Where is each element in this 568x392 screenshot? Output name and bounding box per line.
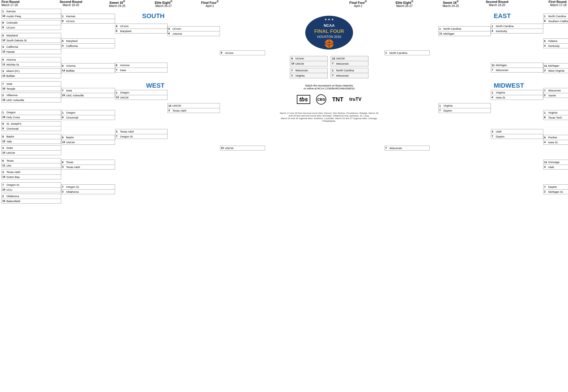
team-slot: 1North Carolina bbox=[543, 14, 568, 19]
south-match-4: 4California 13Hawaii bbox=[1, 44, 61, 54]
r2-right-col: 1North Carolina 8Southern California 5In… bbox=[543, 9, 568, 204]
round-header-r2-right: Second Round March 19-20 bbox=[474, 0, 520, 8]
round-header-e8-left: Elite Eight® March 26-27 bbox=[140, 0, 187, 8]
team-slot: 1North Carolina bbox=[438, 26, 491, 31]
team-slot: 1Oregon bbox=[115, 90, 167, 95]
midwest-r2-match-1: 1Virginia 8Texas Tech bbox=[543, 110, 568, 120]
team-slot: 8St. Joseph's bbox=[1, 121, 61, 126]
south-r3-match-1: 9UConn 5Maryland bbox=[115, 24, 167, 33]
r3-left-col: SOUTH 9UConn 5Maryland 6Arizona 7Iowa WE… bbox=[115, 9, 167, 204]
team-slot: 1Oregon bbox=[61, 110, 115, 115]
trutv-logo: truTV bbox=[349, 97, 361, 102]
east-r2-match-4: 7Wisconsin 2Xavier bbox=[543, 88, 568, 98]
team-slot: 3Texas A&M bbox=[1, 169, 61, 174]
team-slot: 1Oregon bbox=[1, 110, 61, 115]
tnt-logo: TNT bbox=[332, 96, 343, 103]
west-label: WEST bbox=[146, 82, 165, 89]
team-slot: 2Xavier bbox=[543, 93, 568, 98]
champ-right: 1North Carolina 7Wisconsin bbox=[331, 68, 368, 78]
team-slot: 6Texas bbox=[1, 158, 61, 163]
team-slot: 7Oregon St. bbox=[1, 182, 61, 187]
team-slot: 8Texas Tech bbox=[543, 115, 568, 120]
team-slot: 9Cincinnati bbox=[1, 126, 61, 131]
team-slot: 15UNC Asheville bbox=[1, 98, 61, 103]
ff-slot: 7Wisconsin bbox=[331, 61, 368, 66]
watch-section: Watch the tournament on these networks o… bbox=[304, 84, 355, 90]
team-slot: 6Arizona bbox=[167, 31, 220, 36]
west-r2-match-4: 7Oregon St. 2Oklahoma bbox=[61, 184, 115, 194]
team-slot: 6Arizona bbox=[115, 63, 167, 68]
round-header-ff-right: Final Four® April 2 bbox=[335, 0, 381, 8]
ff-left-col: 9UConn 13UNCW bbox=[220, 9, 274, 204]
west-r2-match-3: 6Texas 3Texas A&M bbox=[61, 160, 115, 169]
east-r3-match-2: 11Michigan 7Wisconsin bbox=[491, 63, 543, 73]
east-r2-match-3: 11Michigan 3West Virginia bbox=[543, 63, 568, 73]
west-r2-group: 1Oregon 9Cincinnati 5Baylor 13UNCW 6Texa… bbox=[61, 105, 115, 194]
south-match-6: 3Miami (FL) 14Buffalo bbox=[1, 68, 61, 78]
ff-slot: 1Virginia bbox=[290, 73, 327, 78]
ff-slot: 13UNCW bbox=[331, 56, 368, 61]
footnote: March 17 and 18 first-/second-round site… bbox=[278, 112, 380, 122]
watch-text: Watch the tournament on these networks bbox=[304, 84, 355, 87]
champ-left: 7Wisconsin 1Virginia bbox=[290, 68, 328, 78]
team-slot: 14Buffalo bbox=[61, 68, 115, 73]
team-slot: 2Villanova bbox=[1, 93, 61, 98]
team-slot: 10Temple bbox=[1, 86, 61, 91]
team-slot: 7Iowa bbox=[115, 68, 167, 73]
team-slot: 5Baylor bbox=[61, 135, 115, 140]
network-logos: tbs CBS TNT truTV bbox=[297, 94, 361, 105]
ff-slot: 1North Carolina bbox=[331, 68, 368, 73]
svg-text:HOUSTON 2016: HOUSTON 2016 bbox=[317, 35, 341, 38]
team-slot: 4Iowa St. bbox=[491, 95, 543, 100]
east-r2-group: 1North Carolina 8Southern California 5In… bbox=[543, 9, 568, 98]
team-slot: 6Texas bbox=[61, 160, 115, 165]
ff-slot: 7Wisconsin bbox=[290, 68, 327, 73]
west-ff-team: 13UNCW bbox=[220, 146, 265, 151]
team-slot: 1North Carolina bbox=[491, 24, 543, 29]
team-slot: 3Texas A&M bbox=[115, 129, 167, 134]
ff-slot: 7Wisconsin bbox=[331, 73, 368, 78]
ff-left-matchup: 9UConn 13UNCW bbox=[290, 56, 328, 66]
south-ff-team: 9UConn bbox=[220, 50, 265, 55]
midwest-r2-match-2: 5Purdue 4Iowa St. bbox=[543, 135, 568, 145]
team-slot: 7Dayton bbox=[543, 184, 568, 189]
team-slot: 3West Virginia bbox=[543, 68, 568, 73]
team-slot: 1Virginia bbox=[491, 90, 543, 95]
west-match-2: 8St. Joseph's 9Cincinnati bbox=[1, 121, 61, 131]
ff-right-col: 1North Carolina 7Wisconsin bbox=[384, 9, 438, 204]
team-slot: 13UNCW bbox=[167, 103, 220, 108]
championship-boxes: 7Wisconsin 1Virginia 1North Carolina 7Wi… bbox=[290, 68, 368, 78]
left-side: 1Kansas 16Austin Peay 8Colorado 9UConn 5… bbox=[1, 9, 274, 204]
team-slot: 14Buffalo bbox=[1, 73, 61, 78]
ncaa-final-four-logo: ★ ★ ★ NCAA FINAL FOUR HOUSTON 2016 bbox=[304, 15, 355, 51]
team-slot: 3Utah bbox=[543, 165, 568, 169]
team-slot: 6Arizona bbox=[61, 63, 115, 68]
bracket-page: First Round March 17-18 Second Round Mar… bbox=[1, 0, 567, 204]
round-header-e8-right: Elite Eight® March 26-27 bbox=[381, 0, 428, 8]
west-r4: 13UNCW 3Texas A&M bbox=[167, 103, 220, 113]
west-match-8: 2Oklahoma 15Bakersfield bbox=[1, 194, 61, 204]
team-slot: 2Michigan St. bbox=[543, 189, 568, 194]
midwest-label: MIDWEST bbox=[494, 82, 524, 89]
r4-left-col: 9UConn 6Arizona 13UNCW 3Texas A&M bbox=[167, 9, 220, 204]
team-slot: 5Maryland bbox=[61, 38, 115, 43]
team-slot: 7Oregon St. bbox=[61, 184, 115, 189]
team-slot: 9UConn bbox=[61, 19, 115, 24]
round-header-s16-right: Sweet 16® March 24-25 bbox=[428, 0, 474, 8]
team-slot: 11UNI bbox=[1, 163, 61, 168]
team-slot: 9UConn bbox=[167, 26, 220, 31]
team-slot: 4Kentucky bbox=[543, 43, 568, 48]
team-slot: 4California bbox=[1, 44, 61, 49]
team-slot: 11Wichita St. bbox=[1, 62, 61, 67]
team-slot: 4California bbox=[61, 43, 115, 48]
ff-matchup-boxes: 9UConn 13UNCW 13UNCW 7Wisconsin bbox=[290, 56, 368, 66]
south-r2-match-1: 1Kansas 9UConn bbox=[61, 14, 115, 24]
bracket-body: 1Kansas 16Austin Peay 8Colorado 9UConn 5… bbox=[1, 9, 567, 204]
cbs-logo-icon: CBS bbox=[316, 94, 326, 105]
south-match-2: 8Colorado 9UConn bbox=[1, 20, 61, 30]
team-slot: 5Purdue bbox=[543, 135, 568, 140]
south-r4: 9UConn 6Arizona bbox=[167, 26, 220, 36]
round-header-r1-left: First Round March 17-18 bbox=[1, 0, 48, 8]
east-r4: 1North Carolina 11Michigan bbox=[438, 26, 491, 36]
team-slot: 13UNCW bbox=[115, 95, 167, 100]
